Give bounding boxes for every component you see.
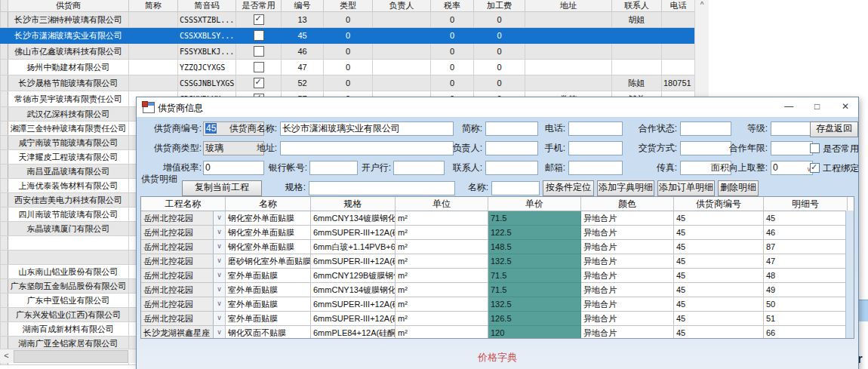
unit-cell[interactable]: m² [396,269,488,283]
chevron-down-icon[interactable]: ∨ [213,326,225,339]
row-header-cell[interactable] [1,60,8,75]
horizontal-scrollbar-thumb[interactable] [14,350,128,363]
row-header-cell[interactable] [1,150,8,165]
supplier-name-cell[interactable]: 广东中亚铝业有限公司 [8,294,129,308]
id-cell[interactable]: 52 [282,75,324,91]
detail-row[interactable]: 岳州北控花园∨ 钢化室外单面贴膜 6mmSUPER-III+12A(硅... m… [141,226,854,240]
chevron-down-icon[interactable]: ∨ [213,211,225,225]
detail-row[interactable]: 岳州北控花园∨ 室外单面贴膜 6mmCNY129B镀膜钢化 m² 71.5 异地… [141,269,854,283]
supplier-name-cell[interactable]: 常德市昊宇玻璃有限责任公司 [8,91,129,107]
type-cell[interactable]: 0 [324,28,373,44]
tax-cell[interactable]: 0 [431,12,474,28]
phone-cell[interactable] [662,44,695,60]
supplier-name-cell[interactable]: 广东坚朗五金制品股份有限公司 [8,279,129,294]
column-header[interactable]: 地址 [525,0,612,12]
color-cell[interactable]: 异地合片 [581,283,674,297]
unit-cell[interactable]: m² [396,283,488,297]
leader-cell[interactable] [373,60,431,75]
row-header-cell[interactable] [1,208,8,222]
id-cell[interactable]: 47 [282,60,324,75]
common-checkbox[interactable] [254,62,264,72]
type-cell[interactable]: 0 [324,60,373,75]
column-header[interactable]: 联系人 [612,0,662,12]
table-row[interactable]: 长沙晟格节能玻璃有限公司 CSSGJNBLYXGS 52 0 0 0 陈姐 18… [1,75,695,91]
coop-years-input[interactable] [771,141,813,155]
contact-cell[interactable]: 陈姐 [612,75,662,91]
detail-id-cell[interactable]: 47 [764,254,848,269]
name-cell[interactable]: 磨砂钢化室外单面贴膜 [226,254,311,269]
unit-cell[interactable]: m² [396,297,488,312]
spec-cell[interactable]: 6mmSUPER-III+12A(硅... [311,297,396,312]
tax-cell[interactable]: 0 [431,60,474,75]
abbr-cell[interactable] [129,28,178,44]
grade-input[interactable] [771,121,813,136]
tax-cell[interactable]: 0 [431,28,474,44]
abbr-cell[interactable] [129,60,178,75]
spec-cell[interactable]: 6mmCNY134镀膜钢化 [311,211,396,226]
price-cell[interactable]: 132.5 [488,297,581,312]
phone-cell[interactable] [662,12,695,28]
detail-id-cell[interactable]: 45 [764,211,848,226]
table-row[interactable]: 长沙市潇湘玻璃实业有限公司 CSSXXBLSY... 45 0 0 0 [1,28,695,44]
row-header-cell[interactable] [1,91,8,107]
color-cell[interactable]: 异地合片 [581,326,674,339]
column-header[interactable]: 负责人 [373,0,431,12]
contact-cell[interactable] [612,44,662,60]
common-checkbox[interactable] [254,78,264,88]
detail-id-cell[interactable]: 87 [764,240,848,254]
supplier-name-cell[interactable]: 佛山市亿鑫玻璃科技有限公司 [8,44,129,60]
detail-column-header[interactable]: 颜色 [581,197,674,211]
price-cell[interactable]: 71.5 [488,269,581,283]
id-cell[interactable]: 13 [282,12,324,28]
price-cell[interactable]: 71.5 [488,283,581,297]
area-roundup-combo[interactable]: 0∨ [771,161,813,175]
add-dict-detail-button[interactable]: 添加字典明细 [597,180,654,196]
detail-row[interactable]: 岳州北控花园∨ 钢化室外单面贴膜 6mmCNY134镀膜钢化 m² 71.5 异… [141,211,854,226]
fee-cell[interactable]: 0 [474,12,525,28]
supplier-name-cell[interactable]: 南昌亚晶玻璃有限公司 [8,165,129,179]
address-cell[interactable] [525,12,612,28]
spec-cell[interactable]: 6mmCNY134镀膜钢化 [311,283,396,297]
chevron-down-icon[interactable]: ∨ [213,269,225,282]
detail-column-header[interactable]: 单位 [396,197,488,211]
unit-cell[interactable]: m² [396,240,488,254]
abbr-cell[interactable] [129,75,178,91]
address-cell[interactable] [525,28,612,44]
supplier-name-cell[interactable]: 武汉亿深科技有限公司 [8,107,129,121]
detail-id-cell[interactable]: 48 [764,269,848,283]
row-header-cell[interactable] [1,179,8,193]
bank-name-input[interactable] [393,161,445,175]
supplier-name-cell[interactable]: 广东兴发铝业(江西)有限公司 [8,308,129,322]
color-cell[interactable]: 异地合片 [581,240,674,254]
leader-cell[interactable] [373,12,431,28]
color-cell[interactable]: 异地合片 [581,211,674,226]
supplier-id-cell[interactable]: 45 [674,211,764,226]
pinyin-code-cell[interactable]: FSSYXBLKJ... [178,44,236,60]
supplier-name-cell[interactable]: 湖南百成新材料有限公司 [8,322,129,337]
tax-cell[interactable]: 0 [431,75,474,91]
unit-cell[interactable]: m² [396,226,488,240]
name-cell[interactable]: 钢化室外单面贴膜 [226,240,311,254]
detail-column-header[interactable]: 名称 [226,197,311,211]
supplier-id-cell[interactable]: 45 [674,326,764,339]
fee-cell[interactable]: 0 [474,28,525,44]
detail-column-header[interactable]: 明细号 [764,197,848,211]
type-cell[interactable]: 0 [324,44,373,60]
supplier-name-cell[interactable]: 东晶玻璃厦门有限公司 [8,222,129,236]
detail-id-cell[interactable]: 49 [764,283,848,297]
spec-cell[interactable]: 6mmPLE84+12A(硅酮胶... [311,326,396,339]
supplier-id-cell[interactable]: 45 [674,283,764,297]
type-cell[interactable]: 0 [324,12,373,28]
price-cell[interactable]: 122.5 [488,226,581,240]
project-combo[interactable]: 岳州北控花园∨ [141,211,226,226]
project-combo[interactable]: 长沙龙湖祺鑫星座∨ [141,326,226,339]
unit-cell[interactable]: m² [396,326,488,339]
id-cell[interactable]: 46 [282,44,324,60]
name-cell[interactable]: 室外单面贴膜 [226,312,311,326]
supplier-name-cell[interactable]: 长沙市三湘特种玻璃有限公司 [8,12,129,28]
row-header-cell[interactable] [1,44,8,60]
supplier-name-cell[interactable]: 上海优泰装饰材料有限公司 [8,179,129,193]
row-header-cell[interactable] [1,322,8,337]
vat-rate-input[interactable]: 0 [203,161,264,175]
name-cell[interactable]: 室外单面贴膜 [226,283,311,297]
